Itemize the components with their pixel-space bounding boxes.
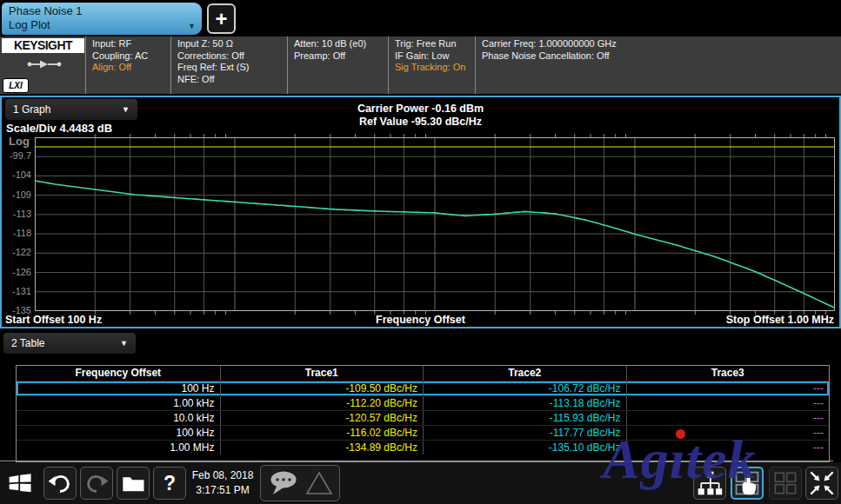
table-cell: 100 Hz [17,381,220,395]
x-axis-label: Frequency Offset [2,314,839,326]
setting-readout: Sig Tracking: On [395,62,475,74]
phase-noise-plot[interactable] [35,137,835,311]
lxi-badge: LXI [3,78,29,93]
table-cell: -113.18 dBc/Hz [423,396,626,410]
undo-button[interactable] [43,467,77,500]
triangle-icon [305,470,333,496]
table-cell: 10.0 kHz [17,411,220,425]
table-cell: -116.02 dBc/Hz [220,426,424,440]
table-cell: 100 kHz [17,426,220,440]
tab-title-line1: Phase Noise 1 [9,4,195,18]
undo-icon [47,471,73,495]
window-arrange-button[interactable] [769,467,802,500]
carrier-power-readout: Carrier Power -0.16 dBm [2,103,839,115]
setting-readout: Coupling: AC [92,50,170,63]
setting-readout: NFE: Off [177,74,287,86]
setting-readout: Corrections: Off [177,50,287,63]
table-header-cell: Frequency Offset [17,366,220,381]
table-cell: -135.10 dBc/Hz [423,441,626,454]
table-row[interactable]: 1.00 MHz-134.89 dBc/Hz-135.10 dBc/Hz--- [17,440,829,454]
setting-readout: IF Gain: Low [395,50,475,63]
table-row[interactable]: 1.00 kHz-112.20 dBc/Hz-113.18 dBc/Hz--- [17,395,829,410]
keysight-arrow-icon [26,59,63,70]
setting-readout: Atten: 10 dB (e0) [294,38,388,50]
windows-start-button[interactable] [4,467,37,500]
table-cell: --- [626,441,830,454]
y-tick-label: -131 [2,286,31,296]
chevron-down-icon: ▼ [120,333,128,354]
chevron-down-icon: ▼ [188,22,196,30]
y-axis-type-label: Log [9,135,30,148]
table-cell: --- [626,426,830,440]
table-row[interactable]: 10.0 kHz-120.57 dBc/Hz-115.93 dBc/Hz--- [17,410,829,425]
y-tick-label: -118 [2,228,31,238]
table-view-label: 2 Table [11,337,44,349]
help-button[interactable]: ? [153,467,186,500]
ref-value-readout: Ref Value -95.30 dBc/Hz [2,116,839,128]
y-tick-label: -104 [2,169,31,180]
setting-readout: Input: RF [92,38,170,50]
setting-readout: Preamp: Off [294,50,388,63]
add-measurement-button[interactable]: + [207,3,236,34]
time-text: 3:17:51 PM [188,483,257,498]
redo-icon [83,471,110,495]
folder-icon [120,472,146,494]
setting-readout: Carrier Freq: 1.000000000 GHz [482,38,841,50]
instrument-screen: Phase Noise 1 Log Plot ▼ + KEYSIGHT LXI … [0,0,841,504]
tab-bar: Phase Noise 1 Log Plot ▼ + [0,0,841,36]
window-layout-button[interactable] [731,467,764,500]
setting-readout: Input Z: 50 Ω [177,38,287,50]
table-cell: --- [626,396,830,410]
header-settings-column[interactable]: Atten: 10 dB (e0)Preamp: Off [287,36,388,94]
stop-offset-label: Stop Offset 1.00 MHz [726,314,834,326]
graph-window: 1 Graph ▼ Scale/Div 4.4483 dB Carrier Po… [0,96,841,328]
table-cell: -134.89 dBc/Hz [220,441,424,454]
header-settings-column[interactable]: Input Z: 50 ΩCorrections: OffFreq Ref: E… [170,36,287,94]
y-tick-label: -122 [2,247,31,257]
y-tick-label: -113 [2,209,31,219]
table-cell: --- [626,381,830,395]
table-header-cell: Trace3 [626,366,830,381]
measurement-tab[interactable]: Phase Noise 1 Log Plot ▼ [2,3,202,35]
table-cell: 1.00 MHz [17,441,220,454]
taskbar: ? Feb 08, 2018 3:17:51 PM [0,462,841,504]
setting-readout: Align: Off [92,62,170,74]
table-cell: -106.72 dBc/Hz [423,381,626,395]
table-header-row: Frequency OffsetTrace1Trace2Trace3 [17,366,829,381]
header-settings-column[interactable]: Carrier Freq: 1.000000000 GHzPhase Noise… [475,36,841,94]
instrument-header: KEYSIGHT LXI Input: RFCoupling: ACAlign:… [0,36,841,94]
layout-grid-icon [732,469,762,497]
table-cell: 1.00 kHz [17,396,220,410]
windows-logo-icon [7,470,35,496]
tab-title-line2: Log Plot [9,18,195,32]
message-bubble-icon [267,469,300,497]
redo-button[interactable] [80,467,113,500]
table-header-cell: Trace2 [423,366,626,381]
y-tick-label: -99.7 [2,150,31,161]
keysight-logo: KEYSIGHT [2,38,84,53]
table-header-cell: Trace1 [220,366,424,381]
hand-cursor-icon [743,474,757,494]
table-row[interactable]: 100 Hz-109.50 dBc/Hz-106.72 dBc/Hz--- [17,381,829,395]
table-cell: -109.50 dBc/Hz [220,381,424,395]
collapse-screen-button[interactable] [805,467,838,500]
header-settings-column[interactable]: Input: RFCoupling: ACAlign: Off [85,36,170,94]
dim-grid-icon [771,470,799,496]
collapse-arrows-icon [808,469,836,497]
datetime-display[interactable]: Feb 08, 2018 3:17:51 PM [188,468,257,498]
table-cell: -112.20 dBc/Hz [220,396,424,410]
setting-readout: Trig: Free Run [395,38,475,50]
table-cell: --- [626,411,830,425]
table-cell: -115.93 dBc/Hz [423,411,626,425]
table-cell: -120.57 dBc/Hz [220,411,424,425]
marker-table: Frequency OffsetTrace1Trace2Trace3100 Hz… [16,365,830,462]
table-row[interactable]: 100 kHz-116.02 dBc/Hz-117.77 dBc/Hz--- [17,425,829,440]
setting-readout: Freq Ref: Ext (S) [177,62,287,74]
file-manager-button[interactable] [117,467,150,500]
taskbar-divider [0,461,833,461]
sequence-setup-button[interactable] [693,467,726,500]
header-settings-column[interactable]: Trig: Free RunIF Gain: LowSig Tracking: … [388,36,475,94]
y-tick-label: -109 [2,189,31,200]
messages-button[interactable] [260,465,340,501]
table-view-dropdown[interactable]: 2 Table ▼ [3,333,136,354]
